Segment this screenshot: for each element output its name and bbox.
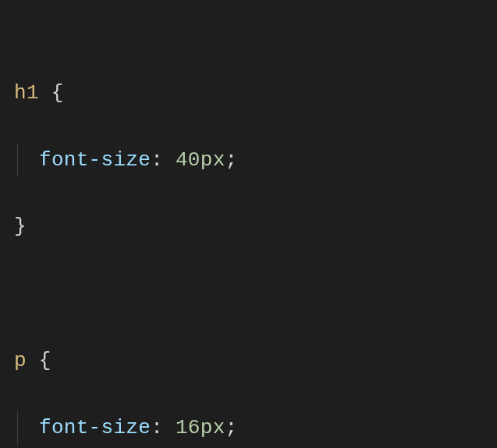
indent-guide [17, 411, 18, 445]
space [163, 416, 176, 439]
semicolon: ; [225, 416, 238, 439]
blank-line [14, 277, 497, 311]
selector-h1: h1 [14, 81, 39, 105]
value-unit: px [201, 416, 225, 439]
value-unit: px [201, 148, 225, 172]
close-brace: } [14, 215, 27, 238]
selector-p: p [14, 349, 27, 372]
rule-p-selector-line: p { [14, 344, 497, 378]
space [163, 148, 176, 172]
value-number: 16 [176, 416, 201, 439]
rule-h1-selector-line: h1 { [14, 76, 497, 110]
rule-p-decl-line: font-size: 16px; [14, 411, 497, 445]
property-font-size: font-size [39, 148, 151, 172]
semicolon: ; [225, 148, 238, 172]
open-brace: { [27, 349, 51, 372]
indent-guide [17, 144, 18, 177]
colon: : [151, 416, 163, 439]
property-font-size: font-size [39, 416, 151, 439]
rule-h1-decl-line: font-size: 40px; [14, 144, 497, 177]
css-code-block: h1 { font-size: 40px; } p { font-size: 1… [14, 9, 497, 448]
value-number: 40 [176, 148, 201, 172]
open-brace: { [39, 81, 64, 105]
rule-h1-close-line: } [14, 210, 497, 244]
colon: : [151, 148, 163, 172]
